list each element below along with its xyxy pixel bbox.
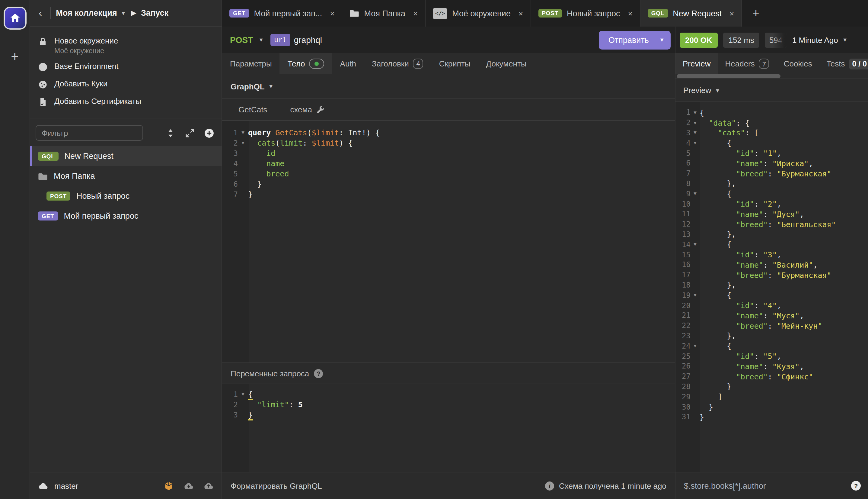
branch-name[interactable]: master — [54, 481, 78, 490]
tab-novy-zapros[interactable]: POST Новый запрос × — [531, 0, 640, 27]
body-type-select[interactable]: GraphQL ▼ — [222, 74, 675, 99]
tab-moyo-okruzhenie[interactable]: </> Моё окружение × — [426, 0, 531, 27]
tab-moy-pervy-zapros[interactable]: GET Мой первый зап... × — [222, 0, 342, 27]
tab-cookies[interactable]: Cookies — [777, 53, 819, 74]
tab-body[interactable]: Тело — [280, 53, 332, 74]
response-json-viewer[interactable]: 1▼{2▼ "data": {3▼ "cats": [4▼ {5 "id": "… — [676, 102, 868, 472]
info-icon: i — [545, 481, 554, 490]
code-line: 11 "name": "Дуся", — [676, 209, 868, 219]
fold-toggle-icon[interactable]: ▼ — [691, 141, 700, 146]
schema-button[interactable]: схема — [290, 105, 325, 114]
response-panel: 200 OK 152 ms 594 1 Minute Ago ▼ Preview… — [675, 27, 868, 499]
fold-toggle-icon[interactable]: ▼ — [238, 130, 248, 135]
code-text: } — [700, 382, 731, 391]
add-request-button[interactable] — [204, 128, 214, 138]
back-button[interactable]: ‹ — [36, 7, 45, 19]
help-icon[interactable]: ? — [851, 481, 861, 490]
code-line: 28 } — [676, 381, 868, 392]
sort-button[interactable] — [165, 128, 176, 138]
url-input[interactable]: graphql — [294, 35, 322, 45]
tab-scripts[interactable]: Скрипты — [431, 53, 478, 74]
code-text: "id": "5", — [700, 352, 781, 361]
panels: POST ▼ url graphql Отправить ▼ Параметры — [222, 27, 868, 499]
code-line: 6 } — [222, 179, 675, 189]
tab-preview[interactable]: Preview — [676, 53, 718, 74]
fold-toggle-icon[interactable]: ▼ — [691, 343, 700, 349]
method-badge-post: POST — [47, 192, 70, 200]
sidebar-item-base-environment[interactable]: Base Environment — [30, 58, 222, 75]
code-text: } — [248, 190, 253, 199]
method-select[interactable]: POST ▼ — [230, 35, 264, 45]
format-graphql-button[interactable]: Форматировать GraphQL — [230, 481, 322, 490]
close-icon[interactable]: × — [413, 9, 418, 18]
add-workspace-button[interactable]: + — [11, 50, 19, 63]
fold-toggle-icon[interactable]: ▼ — [691, 191, 700, 197]
fold-toggle-icon[interactable]: ▼ — [238, 140, 248, 146]
code-icon: </> — [433, 8, 447, 19]
package-icon[interactable] — [164, 480, 174, 491]
line-number: 10 — [676, 200, 691, 208]
divider — [50, 7, 50, 19]
request-label: Мой первый запрос — [64, 211, 138, 220]
sidebar-request-new-request[interactable]: GQL New Request — [30, 146, 222, 166]
sidebar-item-add-cookies[interactable]: Добавить Куки — [30, 75, 222, 93]
jsonpath-filter-input[interactable] — [683, 480, 851, 491]
line-number: 13 — [676, 230, 691, 239]
home-button[interactable] — [3, 7, 26, 29]
scrollbar-thumb[interactable] — [677, 74, 780, 78]
fold-toggle-icon[interactable]: ▼ — [691, 242, 700, 247]
line-number: 2 — [222, 139, 238, 147]
line-number: 15 — [676, 251, 691, 259]
tab-params[interactable]: Параметры — [222, 53, 280, 74]
headers-count-badge: 7 — [759, 59, 769, 69]
close-icon[interactable]: × — [330, 9, 335, 18]
cloud-upload-icon[interactable] — [203, 480, 214, 491]
variables-editor[interactable]: 1▼{2 "limit": 53} — [222, 384, 675, 472]
sidebar-request-novy-zapros[interactable]: POST Новый запрос — [30, 186, 222, 206]
fold-toggle-icon[interactable]: ▼ — [691, 120, 700, 125]
sidebar-request-moy-pervy-zapros[interactable]: GET Мой первый запрос — [30, 206, 222, 226]
code-line: 9▼ { — [676, 189, 868, 199]
close-icon[interactable]: × — [628, 9, 632, 18]
expand-all-button[interactable] — [185, 128, 195, 138]
code-line: 20 "id": "4", — [676, 300, 868, 311]
folder-icon — [350, 9, 360, 18]
operation-name[interactable]: GetCats — [238, 105, 267, 114]
tab-label: Документы — [486, 59, 527, 68]
tab-tests[interactable]: Tests 0 / 0 — [819, 53, 868, 74]
tab-headers[interactable]: Заголовки 4 — [364, 53, 431, 74]
run-collection-button[interactable]: ▶ Запуск — [131, 9, 168, 17]
env-label: Новое окружение — [54, 36, 118, 45]
sidebar-item-add-certificates[interactable]: Добавить Сертификаты — [30, 93, 222, 111]
help-icon[interactable]: ? — [314, 369, 323, 378]
fold-toggle-icon[interactable]: ▼ — [238, 391, 248, 397]
graphql-query-editor[interactable]: 1▼query GetCats($limit: Int!) {2▼ cats(l… — [222, 121, 675, 363]
tab-docs[interactable]: Документы — [478, 53, 534, 74]
code-line: 17 "breed": "Бурманская" — [676, 270, 868, 280]
fold-toggle-icon[interactable]: ▼ — [691, 130, 700, 136]
line-number: 5 — [222, 169, 238, 178]
tab-new-request[interactable]: GQL New Request × — [640, 0, 742, 27]
new-tab-button[interactable]: + — [742, 0, 770, 27]
view-mode-select[interactable]: Preview ▼ — [676, 79, 868, 102]
fold-toggle-icon[interactable]: ▼ — [691, 110, 700, 115]
tab-label: Новый запрос — [567, 9, 620, 18]
close-icon[interactable]: × — [729, 9, 734, 18]
size-badge: 594 — [765, 32, 787, 47]
line-number: 20 — [676, 301, 691, 309]
sidebar-folder-moya-papka[interactable]: Моя Папка — [30, 166, 222, 186]
line-number: 21 — [676, 312, 691, 320]
filter-input[interactable] — [36, 125, 143, 141]
code-text: } — [248, 180, 262, 188]
tab-auth[interactable]: Auth — [332, 53, 364, 74]
send-button[interactable]: Отправить ▼ — [599, 31, 671, 49]
fold-toggle-icon[interactable]: ▼ — [691, 292, 700, 298]
code-text: "breed": "Мейн-кун" — [700, 321, 822, 330]
close-icon[interactable]: × — [518, 9, 523, 18]
collection-title[interactable]: Моя коллекция — [56, 9, 117, 17]
sidebar-item-new-environment[interactable]: Новое окружение Моё окружение — [30, 33, 222, 58]
history-select[interactable]: 1 Minute Ago ▼ — [792, 35, 848, 45]
tab-moya-papka[interactable]: Моя Папка × — [342, 0, 426, 27]
tab-response-headers[interactable]: Headers 7 — [718, 53, 777, 74]
cloud-download-icon[interactable] — [184, 480, 194, 491]
